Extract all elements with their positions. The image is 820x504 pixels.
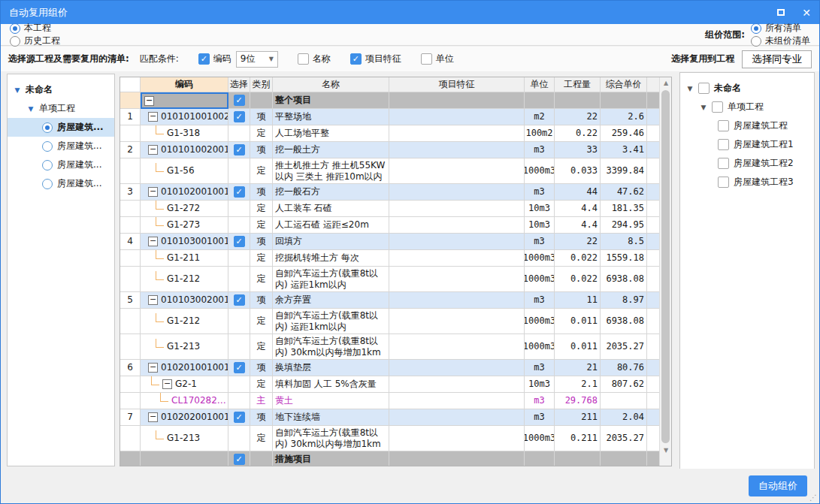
select-cell[interactable] <box>228 426 250 451</box>
code-cell[interactable]: −010201001001 <box>141 360 228 376</box>
row-checkbox-icon[interactable]: ✓ <box>234 362 245 373</box>
grid-scrollbar[interactable]: ▲ ▼ <box>659 77 671 466</box>
tree-checkbox-icon[interactable] <box>698 83 710 94</box>
checkbox-icon[interactable] <box>421 53 432 65</box>
select-cell[interactable]: ✓ <box>228 234 250 250</box>
source-project-option-0[interactable]: 本工程 <box>10 22 60 35</box>
select-cell[interactable]: ✓ <box>228 360 250 376</box>
scroll-down-icon[interactable]: ▼ <box>660 445 672 457</box>
source-tree-item-1[interactable]: ▼单项工程 <box>8 99 114 118</box>
tree-radio-icon[interactable] <box>42 160 53 171</box>
code-cell[interactable]: − <box>141 92 228 109</box>
collapse-icon[interactable]: − <box>148 412 158 422</box>
code-cell[interactable] <box>141 451 228 466</box>
select-cell[interactable] <box>228 309 250 334</box>
close-button[interactable]: ✕ <box>794 1 819 24</box>
chevron-down-icon[interactable]: ▼ <box>686 85 694 92</box>
chevron-down-icon[interactable]: ▼ <box>700 104 707 111</box>
tree-radio-icon[interactable] <box>42 179 53 189</box>
select-cell[interactable] <box>228 376 250 393</box>
collapse-icon[interactable]: − <box>144 96 154 106</box>
row-checkbox-icon[interactable]: ✓ <box>234 186 245 198</box>
code-cell[interactable]: G1-212 <box>141 309 228 334</box>
code-cell[interactable]: G1-211 <box>141 250 228 267</box>
target-tree-item-2[interactable]: 房屋建筑工程 <box>680 116 814 135</box>
select-cell[interactable] <box>228 393 250 409</box>
match-condition-3[interactable]: 单位 <box>421 53 454 65</box>
tree-checkbox-icon[interactable] <box>718 177 729 188</box>
match-condition-0[interactable]: ✓编码 <box>198 53 231 65</box>
maximize-button[interactable] <box>768 1 794 24</box>
select-cell[interactable]: ✓ <box>228 109 250 125</box>
target-tree-item-4[interactable]: 房屋建筑工程2 <box>680 154 814 173</box>
select-cell[interactable] <box>228 250 250 267</box>
row-checkbox-icon[interactable]: ✓ <box>234 95 245 106</box>
code-cell[interactable]: −010102001001 <box>141 184 228 201</box>
row-checkbox-icon[interactable]: ✓ <box>234 144 245 155</box>
code-cell[interactable]: G1-272 <box>141 201 228 217</box>
select-cell[interactable] <box>228 201 250 217</box>
select-cell[interactable] <box>228 267 250 292</box>
source-tree-item-2[interactable]: 房屋建筑... <box>8 118 114 137</box>
select-cell[interactable] <box>228 217 250 234</box>
collapse-icon[interactable]: − <box>148 112 158 122</box>
code-cell[interactable]: G1-318 <box>141 125 228 142</box>
source-tree-item-3[interactable]: 房屋建筑... <box>8 137 114 155</box>
scroll-up-icon[interactable]: ▲ <box>660 77 672 89</box>
tree-checkbox-icon[interactable] <box>718 158 729 169</box>
select-cell[interactable] <box>228 125 250 142</box>
code-cell[interactable]: −010202001001 <box>141 409 228 426</box>
tree-radio-icon[interactable] <box>42 141 53 152</box>
row-checkbox-icon[interactable]: ✓ <box>234 236 245 247</box>
source-tree-item-4[interactable]: 房屋建筑... <box>8 155 114 174</box>
price-scope-option-0[interactable]: 所有清单 <box>751 22 810 35</box>
auto-price-button[interactable]: 自动组价 <box>749 475 807 496</box>
select-cell[interactable]: ✓ <box>228 92 250 109</box>
select-cell[interactable]: ✓ <box>228 292 250 309</box>
code-cell[interactable]: G1-213 <box>141 426 228 451</box>
row-checkbox-icon[interactable]: ✓ <box>234 412 245 423</box>
code-cell[interactable]: CL170282… <box>141 393 228 409</box>
source-tree-item-5[interactable]: 房屋建筑... <box>8 174 114 193</box>
checkbox-icon[interactable] <box>298 53 309 65</box>
collapse-icon[interactable]: − <box>148 295 158 305</box>
source-tree-item-0[interactable]: ▼未命名 <box>8 80 114 99</box>
select-cell[interactable]: ✓ <box>228 451 250 466</box>
collapse-icon[interactable]: − <box>148 187 158 197</box>
target-tree-item-3[interactable]: 房屋建筑工程1 <box>680 135 814 154</box>
select-cell[interactable]: ✓ <box>228 184 250 201</box>
tree-checkbox-icon[interactable] <box>718 120 729 131</box>
checkbox-icon[interactable]: ✓ <box>350 53 362 65</box>
match-condition-1[interactable]: 名称 <box>298 53 331 65</box>
tree-checkbox-icon[interactable] <box>712 101 723 113</box>
row-checkbox-icon[interactable]: ✓ <box>234 454 245 465</box>
tree-checkbox-icon[interactable] <box>718 139 729 150</box>
target-tree-item-1[interactable]: ▼单项工程 <box>680 98 814 116</box>
code-digits-dropdown[interactable]: 9位▼ <box>236 51 278 68</box>
code-cell[interactable]: −010103001001 <box>141 234 228 250</box>
scroll-thumb[interactable] <box>661 90 670 443</box>
checkbox-icon[interactable]: ✓ <box>198 53 210 65</box>
code-cell[interactable]: −010101001002 <box>141 109 228 125</box>
source-project-option-1[interactable]: 历史工程 <box>10 35 60 47</box>
row-checkbox-icon[interactable]: ✓ <box>234 111 245 122</box>
row-checkbox-icon[interactable]: ✓ <box>234 294 245 306</box>
code-cell[interactable]: G1-212 <box>141 267 228 292</box>
select-cell[interactable] <box>228 334 250 360</box>
target-tree-item-5[interactable]: 房屋建筑工程3 <box>680 173 814 192</box>
chevron-down-icon[interactable]: ▼ <box>14 86 21 94</box>
tree-radio-icon[interactable] <box>42 122 53 133</box>
price-scope-option-1[interactable]: 未组价清单 <box>751 35 810 47</box>
code-cell[interactable]: −010101002001 <box>141 142 228 158</box>
code-cell[interactable]: G1-56 <box>141 158 228 184</box>
select-cell[interactable] <box>228 158 250 184</box>
select-cell[interactable]: ✓ <box>228 142 250 158</box>
collapse-icon[interactable]: − <box>148 237 158 246</box>
code-cell[interactable]: −010103002001 <box>141 292 228 309</box>
collapse-icon[interactable]: − <box>148 145 158 155</box>
code-cell[interactable]: −G2-1 <box>141 376 228 393</box>
code-cell[interactable]: G1-273 <box>141 217 228 234</box>
target-tree-item-0[interactable]: ▼未命名 <box>680 79 814 98</box>
select-cell[interactable]: ✓ <box>228 409 250 426</box>
match-condition-2[interactable]: ✓项目特征 <box>350 53 401 65</box>
